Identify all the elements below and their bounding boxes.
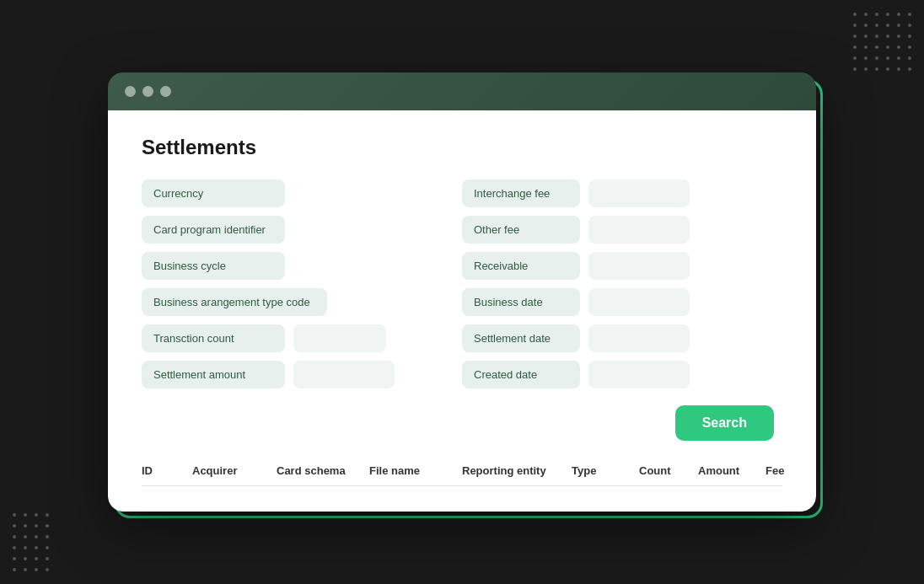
card-program-label: Card program identifier <box>142 216 285 244</box>
receivable-label: Receivable <box>462 252 580 280</box>
receivable-input[interactable] <box>588 252 690 280</box>
form-row-business-cycle: Business cycle <box>142 252 462 280</box>
col-card-schema: Card schema <box>277 464 369 477</box>
created-date-input[interactable] <box>588 361 690 388</box>
search-button[interactable]: Search <box>675 405 774 441</box>
col-fee: Fee <box>766 464 816 477</box>
form-row-settlement-amount: Settlement amount <box>142 361 462 388</box>
form-row-business-arrangement: Business arangement type code <box>142 288 462 316</box>
form-row-settlement-date: Settlement date <box>462 324 782 352</box>
search-row: Search <box>142 405 782 441</box>
form-row-business-date: Business date <box>462 288 782 316</box>
settlement-date-input[interactable] <box>588 324 690 352</box>
form-row-transaction-count: Transction count <box>142 324 462 352</box>
titlebar-dot-2 <box>142 86 153 97</box>
transaction-count-input[interactable] <box>293 324 386 352</box>
form-row-receivable: Receivable <box>462 252 782 280</box>
col-id: ID <box>142 464 192 477</box>
transaction-count-label: Transction count <box>142 324 285 352</box>
business-cycle-label: Business cycle <box>142 252 285 280</box>
col-file-name: File name <box>369 464 462 477</box>
search-form: Currecncy Card program identifier Busine… <box>142 179 782 388</box>
currency-label: Currecncy <box>142 179 285 207</box>
app-window: Settlements Currecncy Card program ident… <box>108 72 816 512</box>
table-header: ID Acquirer Card schema File name Report… <box>142 464 782 486</box>
interchange-fee-input[interactable] <box>588 179 690 207</box>
form-right-col: Interchange fee Other fee Receivable Bus… <box>462 179 782 388</box>
interchange-fee-label: Interchange fee <box>462 179 580 207</box>
col-acquirer: Acquirer <box>192 464 277 477</box>
business-date-label: Business date <box>462 288 580 316</box>
page-title: Settlements <box>142 136 782 159</box>
form-row-card-program: Card program identifier <box>142 216 462 244</box>
form-row-currency: Currecncy <box>142 179 462 207</box>
settlement-amount-input[interactable] <box>293 361 395 388</box>
window-body: Settlements Currecncy Card program ident… <box>108 110 816 512</box>
form-row-interchange-fee: Interchange fee <box>462 179 782 207</box>
bg-dots-top-right <box>853 13 911 71</box>
col-reporting-entity: Reporting entity <box>462 464 572 477</box>
form-row-created-date: Created date <box>462 361 782 388</box>
col-count: Count <box>639 464 698 477</box>
window-titlebar <box>108 72 816 110</box>
business-date-input[interactable] <box>588 288 690 316</box>
titlebar-dot-3 <box>160 86 171 97</box>
settlement-date-label: Settlement date <box>462 324 580 352</box>
col-amount: Amount <box>698 464 766 477</box>
business-arrangement-label: Business arangement type code <box>142 288 327 316</box>
form-left-col: Currecncy Card program identifier Busine… <box>142 179 462 388</box>
other-fee-label: Other fee <box>462 216 580 244</box>
bg-dots-bottom-left <box>13 513 49 571</box>
col-type: Type <box>572 464 639 477</box>
created-date-label: Created date <box>462 361 580 388</box>
other-fee-input[interactable] <box>588 216 690 244</box>
settlement-amount-label: Settlement amount <box>142 361 285 388</box>
titlebar-dot-1 <box>125 86 136 97</box>
form-row-other-fee: Other fee <box>462 216 782 244</box>
